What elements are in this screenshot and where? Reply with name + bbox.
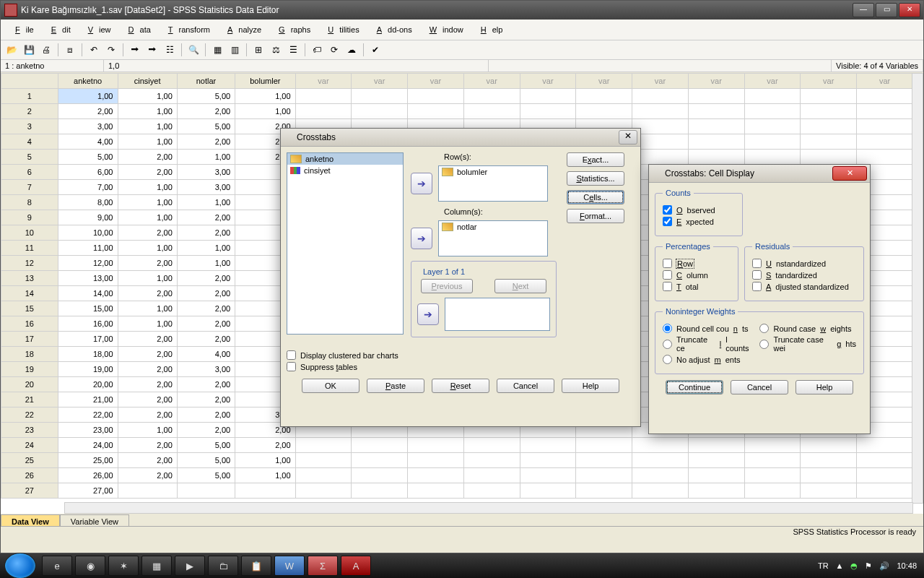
cells-help-button[interactable]: Help bbox=[796, 380, 853, 394]
menu-data[interactable]: Data bbox=[117, 21, 157, 38]
menu-utilities[interactable]: Utilities bbox=[316, 21, 365, 38]
tray-flag-icon[interactable]: ▲ bbox=[836, 561, 844, 570]
crosstabs-close-button[interactable]: ✕ bbox=[619, 130, 637, 144]
cells-button[interactable]: Cells... bbox=[567, 190, 624, 204]
undo-icon[interactable]: ↶ bbox=[86, 42, 102, 58]
cells-close-button[interactable]: ✕ bbox=[832, 166, 867, 181]
clustered-bar-checkbox[interactable]: Display clustered bar charts bbox=[287, 350, 635, 360]
open-icon[interactable]: 📂 bbox=[4, 42, 19, 58]
taskbar-media-icon[interactable]: ▶ bbox=[175, 556, 205, 576]
current-cell-value[interactable]: 1,0 bbox=[104, 60, 489, 72]
tray-net-icon[interactable]: ⚑ bbox=[865, 561, 872, 571]
maximize-button[interactable]: ▭ bbox=[876, 3, 897, 17]
trunc-cell-radio[interactable]: Truncate cell counts bbox=[663, 335, 751, 353]
tray-clock[interactable]: 10:48 bbox=[897, 561, 917, 570]
variables-icon[interactable]: ☷ bbox=[162, 42, 178, 58]
tray-vol-icon[interactable]: 🔊 bbox=[879, 561, 889, 571]
no-adjust-radio[interactable]: No adjustments bbox=[663, 355, 751, 364]
var-item-anketno[interactable]: anketno bbox=[287, 153, 403, 165]
layer-previous-button[interactable]: Previous bbox=[421, 279, 473, 293]
vertical-scrollbar[interactable] bbox=[912, 73, 923, 504]
round-cell-radio[interactable]: Round cell counts bbox=[663, 324, 751, 333]
recall-dialog-icon[interactable]: ⧈ bbox=[62, 42, 78, 58]
reset-button[interactable]: Reset bbox=[432, 379, 489, 393]
spellcheck-icon[interactable]: ✔ bbox=[367, 42, 383, 58]
help-button[interactable]: Help bbox=[562, 379, 619, 393]
taskbar-explorer-icon[interactable]: 🗀 bbox=[208, 556, 238, 576]
taskbar-pdf-icon[interactable]: A bbox=[341, 556, 371, 576]
move-to-columns-button[interactable]: ➔ bbox=[411, 228, 432, 249]
menu-transform[interactable]: Transform bbox=[157, 21, 216, 38]
menu-help[interactable]: Help bbox=[469, 21, 509, 38]
menu-add-ons[interactable]: Add-ons bbox=[365, 21, 418, 38]
taskbar-ie-icon[interactable]: e bbox=[42, 556, 72, 576]
rows-list[interactable]: bolumler bbox=[438, 165, 548, 202]
suppress-tables-checkbox[interactable]: Suppress tables bbox=[287, 362, 635, 371]
start-button[interactable] bbox=[4, 553, 36, 578]
unstd-resid-checkbox[interactable]: Unstandardized bbox=[752, 259, 856, 268]
var-item-cinsiyet[interactable]: cinsiyet bbox=[287, 165, 403, 176]
ok-button[interactable]: OK bbox=[302, 379, 359, 393]
find-icon[interactable]: 🔍 bbox=[186, 42, 201, 58]
format-button[interactable]: Format... bbox=[567, 209, 624, 223]
paste-button[interactable]: Paste bbox=[367, 379, 424, 393]
layer-list[interactable] bbox=[445, 298, 550, 331]
crosstabs-titlebar[interactable]: Crosstabs ✕ bbox=[281, 129, 640, 147]
col-var-notlar[interactable]: notlar bbox=[439, 221, 547, 233]
select-cases-icon[interactable]: ☰ bbox=[285, 42, 301, 58]
horizontal-scrollbar[interactable] bbox=[64, 502, 913, 514]
expected-checkbox[interactable]: Expected bbox=[663, 217, 735, 226]
weight-icon[interactable]: ⚖ bbox=[268, 42, 284, 58]
show-all-icon[interactable]: ☁ bbox=[344, 42, 359, 58]
main-titlebar: Ki Kare Bağımsızlık_1.sav [DataSet2] - S… bbox=[1, 1, 923, 20]
split-file-icon[interactable]: ⊞ bbox=[250, 42, 266, 58]
statistics-button[interactable]: Statistics... bbox=[567, 171, 624, 186]
cancel-button[interactable]: Cancel bbox=[497, 379, 554, 393]
redo-icon[interactable]: ↷ bbox=[103, 42, 119, 58]
system-tray[interactable]: TR ▲ ◓ ⚑ 🔊 10:48 bbox=[811, 561, 924, 571]
move-to-layer-button[interactable]: ➔ bbox=[417, 303, 439, 325]
layer-next-button[interactable]: Next bbox=[494, 279, 546, 293]
menu-graphs[interactable]: Graphs bbox=[267, 21, 316, 38]
columns-list[interactable]: notlar bbox=[438, 220, 548, 256]
adj-resid-checkbox[interactable]: Adjusted standardized bbox=[752, 282, 856, 291]
insert-var-icon[interactable]: ▥ bbox=[227, 42, 243, 58]
goto-case-icon[interactable]: ⮕ bbox=[127, 42, 143, 58]
minimize-button[interactable]: — bbox=[853, 3, 874, 17]
column-percent-checkbox[interactable]: Column bbox=[663, 270, 731, 280]
goto-var-icon[interactable]: ⮕ bbox=[144, 42, 160, 58]
taskbar-app-icon[interactable]: ▦ bbox=[141, 556, 172, 576]
menu-edit[interactable]: Edit bbox=[40, 21, 77, 38]
move-to-rows-button[interactable]: ➔ bbox=[411, 173, 432, 194]
taskbar-word-icon[interactable]: W bbox=[274, 556, 305, 576]
insert-case-icon[interactable]: ▦ bbox=[209, 42, 225, 58]
layer-label: Layer 1 of 1 bbox=[423, 267, 550, 276]
taskbar-msn-icon[interactable]: ✶ bbox=[108, 556, 139, 576]
row-percent-checkbox[interactable]: Row bbox=[663, 259, 731, 268]
print-icon[interactable]: 🖨 bbox=[38, 42, 54, 58]
cells-cancel-button[interactable]: Cancel bbox=[731, 380, 788, 394]
menu-analyze[interactable]: Analyze bbox=[216, 21, 267, 38]
save-icon[interactable]: 💾 bbox=[21, 42, 37, 58]
menu-window[interactable]: Window bbox=[418, 21, 469, 38]
menu-view[interactable]: View bbox=[77, 21, 117, 38]
trunc-case-radio[interactable]: Truncate case weights bbox=[759, 335, 856, 353]
close-button[interactable]: ✕ bbox=[899, 3, 920, 17]
observed-checkbox[interactable]: Observed bbox=[663, 205, 735, 215]
row-var-bolumler[interactable]: bolumler bbox=[439, 166, 547, 178]
taskbar-spss-icon[interactable]: Σ bbox=[308, 556, 338, 576]
exact-button[interactable]: Exact... bbox=[567, 152, 624, 167]
value-labels-icon[interactable]: 🏷 bbox=[309, 42, 325, 58]
taskbar-notes-icon[interactable]: 📋 bbox=[241, 556, 271, 576]
menu-file[interactable]: File bbox=[4, 21, 40, 38]
round-case-radio[interactable]: Round case weights bbox=[759, 324, 856, 333]
std-resid-checkbox[interactable]: Standardized bbox=[752, 270, 856, 280]
source-variable-list[interactable]: anketno cinsiyet bbox=[287, 152, 404, 335]
tray-lang[interactable]: TR bbox=[818, 561, 829, 570]
tray-util-icon[interactable]: ◓ bbox=[850, 561, 858, 571]
taskbar-chrome-icon[interactable]: ◉ bbox=[75, 556, 105, 576]
cells-titlebar[interactable]: Crosstabs: Cell Display ✕ bbox=[649, 165, 870, 183]
continue-button[interactable]: Continue bbox=[666, 380, 723, 394]
use-sets-icon[interactable]: ⟳ bbox=[326, 42, 342, 58]
total-percent-checkbox[interactable]: Total bbox=[663, 282, 731, 291]
